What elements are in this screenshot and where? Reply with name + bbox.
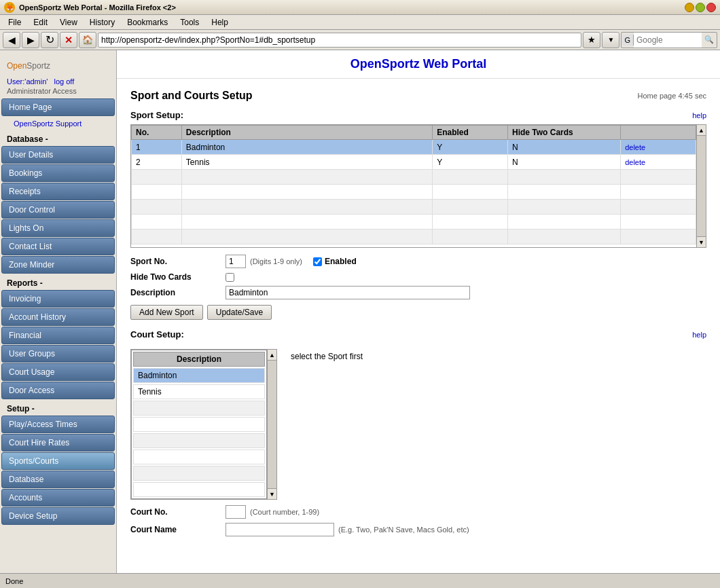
menu-help[interactable]: Help <box>206 16 234 29</box>
sidebar-item-invoicing[interactable]: Invoicing <box>1 290 115 308</box>
update-save-button[interactable]: Update/Save <box>207 305 272 320</box>
sidebar-item-lights-on[interactable]: Lights On <box>1 219 115 237</box>
sport-table-outer: No. Description Enabled Hide Two Cards 1 <box>130 124 706 248</box>
hide-two-label: Hide Two Cards <box>130 272 226 282</box>
url-bar[interactable] <box>98 33 581 48</box>
maximize-btn[interactable] <box>696 3 705 12</box>
back-button[interactable]: ◀ <box>3 32 20 48</box>
court-list-row[interactable]: Badminton <box>133 368 265 383</box>
sidebar-item-user-details[interactable]: User Details <box>1 146 115 164</box>
sport-setup-title: Sport Setup: <box>130 110 183 120</box>
scroll-up-btn[interactable]: ▲ <box>697 125 706 136</box>
opensportz-support-link[interactable]: OpenSportz Support <box>7 118 109 129</box>
sidebar-item-database[interactable]: Database <box>1 471 115 488</box>
row-enabled: Y <box>433 140 508 155</box>
table-row[interactable]: 2 Tennis Y N delete <box>132 155 696 170</box>
browser-title: OpenSportz Web Portal - Mozilla Firefox … <box>19 3 176 12</box>
stop-button[interactable]: ✕ <box>60 32 77 48</box>
browser-menubar: File Edit View History Bookmarks Tools H… <box>0 15 720 30</box>
close-btn[interactable] <box>706 3 716 12</box>
row-hide-two: N <box>507 155 620 170</box>
sport-button-row: Add New Sport Update/Save <box>130 305 706 320</box>
sport-table: No. Description Enabled Hide Two Cards 1 <box>131 125 696 244</box>
table-row <box>132 170 696 185</box>
row-hide-two: N <box>507 140 620 155</box>
hide-two-checkbox[interactable] <box>226 273 234 282</box>
court-scroll-up[interactable]: ▲ <box>268 350 276 361</box>
forward-button[interactable]: ▶ <box>22 32 39 48</box>
bookmark-btn[interactable]: ★ <box>583 32 600 48</box>
sidebar-item-contact-list[interactable]: Contact List <box>1 238 115 255</box>
court-scroll-track <box>268 361 276 488</box>
table-row <box>132 215 696 229</box>
enabled-checkbox[interactable] <box>313 257 322 266</box>
minimize-btn[interactable] <box>685 3 694 12</box>
add-new-sport-button[interactable]: Add New Sport <box>130 305 203 320</box>
sidebar-item-device-setup[interactable]: Device Setup <box>1 507 115 525</box>
col-hide-two: Hide Two Cards <box>507 126 620 140</box>
menu-view[interactable]: View <box>54 16 83 29</box>
court-list-flex: Description Badminton Tennis <box>130 349 277 500</box>
delete-link-1[interactable]: delete <box>625 143 645 151</box>
table-row[interactable]: 1 Badminton Y N delete <box>132 140 696 155</box>
sidebar-item-receipts[interactable]: Receipts <box>1 183 115 200</box>
page-wrapper: OpenSportz User:'admin' log off Administ… <box>0 50 720 573</box>
sidebar-item-zone-minder[interactable]: Zone Minder <box>1 256 115 274</box>
court-scrollbar[interactable]: ▲ ▼ <box>268 349 277 500</box>
sidebar-item-door-access[interactable]: Door Access <box>1 382 115 399</box>
sport-no-input[interactable] <box>226 255 246 268</box>
sidebar-item-sports-courts[interactable]: Sports/Courts <box>1 452 115 470</box>
home-button[interactable]: 🏠 <box>79 32 96 48</box>
sidebar-item-play-access-times[interactable]: Play/Access Times <box>1 416 115 433</box>
court-name-input[interactable] <box>226 523 334 536</box>
sport-setup-help[interactable]: help <box>692 111 706 120</box>
court-row-desc: Badminton <box>133 368 265 383</box>
menu-tools[interactable]: Tools <box>175 16 204 29</box>
sidebar-item-bookings[interactable]: Bookings <box>1 164 115 182</box>
sport-setup-header: Sport Setup: help <box>130 106 706 124</box>
menu-edit[interactable]: Edit <box>28 16 53 29</box>
main-content: OpenSportz Web Portal Sport and Courts S… <box>117 50 720 573</box>
court-list-row <box>133 466 265 481</box>
hide-two-row: Hide Two Cards <box>130 272 706 282</box>
sidebar-item-door-control[interactable]: Door Control <box>1 201 115 219</box>
sidebar-item-user-groups[interactable]: User Groups <box>1 345 115 363</box>
table-scrollbar[interactable]: ▲ ▼ <box>696 125 706 247</box>
sidebar-item-court-hire-rates[interactable]: Court Hire Rates <box>1 434 115 452</box>
logo-area: OpenSportz <box>0 56 116 76</box>
court-setup-help[interactable]: help <box>692 331 706 339</box>
menu-file[interactable]: File <box>3 16 26 29</box>
search-input[interactable] <box>634 33 702 48</box>
menu-history[interactable]: History <box>84 16 120 29</box>
court-no-hint: (Court number, 1-99) <box>250 508 319 516</box>
court-list-row <box>133 449 265 464</box>
admin-text: Administrator Access <box>0 87 116 98</box>
reload-button[interactable]: ↻ <box>41 32 58 48</box>
court-scroll-down[interactable]: ▼ <box>268 488 276 499</box>
sport-no-label: Sport No. <box>130 257 226 266</box>
home-page-time: Home page 4:45 sec <box>637 92 706 100</box>
description-input[interactable] <box>226 286 470 299</box>
sidebar-item-financial[interactable]: Financial <box>1 327 115 344</box>
court-name-label: Court Name <box>130 525 226 534</box>
sidebar-item-account-history[interactable]: Account History <box>1 308 115 326</box>
search-submit-icon[interactable]: 🔍 <box>702 34 717 45</box>
delete-link-2[interactable]: delete <box>625 158 645 166</box>
dropdown-btn[interactable]: ▼ <box>602 32 619 48</box>
court-table-wrapper: Description Badminton Tennis <box>130 349 706 500</box>
court-list-row <box>133 417 265 432</box>
description-label: Description <box>130 288 226 297</box>
menu-bookmarks[interactable]: Bookmarks <box>122 16 173 29</box>
court-list-row[interactable]: Tennis <box>133 384 265 399</box>
sport-table-scroll-wrapper: No. Description Enabled Hide Two Cards 1 <box>131 125 706 247</box>
sidebar: OpenSportz User:'admin' log off Administ… <box>0 50 117 573</box>
scroll-down-btn[interactable]: ▼ <box>697 236 706 247</box>
firefox-icon: 🦊 <box>4 2 15 13</box>
sidebar-item-court-usage[interactable]: Court Usage <box>1 363 115 381</box>
sidebar-item-home[interactable]: Home Page <box>1 98 115 116</box>
select-sport-message: select the Sport first <box>291 349 363 500</box>
logoff-link[interactable]: log off <box>54 77 75 86</box>
sport-no-row: Sport No. (Digits 1-9 only) Enabled <box>130 255 706 268</box>
court-no-input[interactable] <box>226 505 246 519</box>
sidebar-item-accounts[interactable]: Accounts <box>1 489 115 507</box>
